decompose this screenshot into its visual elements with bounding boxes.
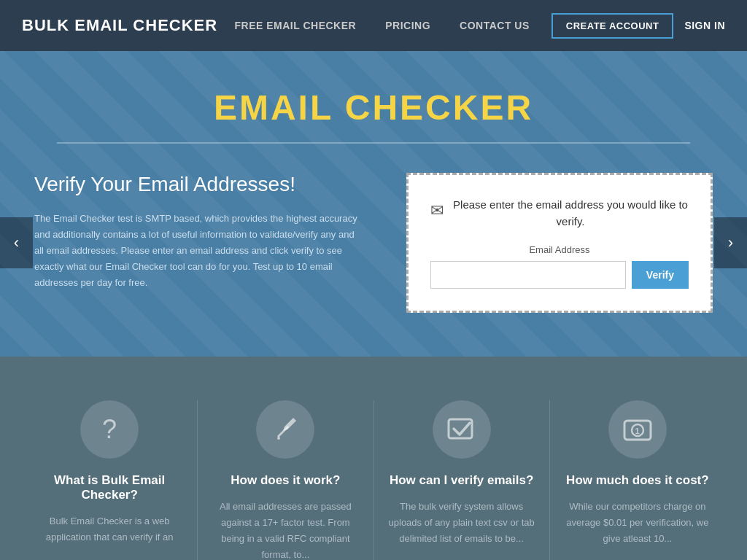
navbar: BULK EMAIL CHECKER FREE EMAIL CHECKER PR… bbox=[0, 0, 747, 51]
feature-how-cost-title: How much does it cost? bbox=[565, 473, 711, 488]
email-input-row: Verify bbox=[430, 261, 689, 289]
checkmark-icon bbox=[433, 400, 491, 459]
nav-free-email-checker[interactable]: FREE EMAIL CHECKER bbox=[235, 20, 357, 31]
carousel-prev-button[interactable]: ‹ bbox=[0, 217, 33, 268]
feature-what-is-desc: Bulk Email Checker is a web application … bbox=[36, 513, 182, 545]
envelope-icon: ✉ bbox=[430, 198, 444, 222]
feature-how-verify-desc: The bulk verify system allows uploads of… bbox=[389, 499, 535, 547]
feature-what-is-title: What is Bulk Email Checker? bbox=[36, 473, 182, 502]
feature-how-works-desc: All email addresses are passed against a… bbox=[212, 499, 358, 560]
feature-how-cost-desc: While our competitors charge on average … bbox=[565, 499, 711, 547]
hero-description: The Email Checker test is SMTP based, wh… bbox=[34, 211, 363, 291]
nav-contact-us[interactable]: CONTACT US bbox=[460, 20, 530, 31]
nav-pricing[interactable]: PRICING bbox=[385, 20, 430, 31]
hero-left-panel: Verify Your Email Addresses! The Email C… bbox=[34, 173, 363, 291]
brand-logo: BULK EMAIL CHECKER bbox=[22, 16, 217, 35]
svg-text:1: 1 bbox=[635, 427, 639, 435]
hero-title: EMAIL CHECKER bbox=[22, 88, 725, 128]
feature-how-works: How does it work? All email addresses ar… bbox=[198, 400, 374, 560]
nav-links: FREE EMAIL CHECKER PRICING CONTACT US bbox=[235, 20, 530, 31]
carousel-next-button[interactable]: › bbox=[714, 217, 747, 268]
feature-how-works-title: How does it work? bbox=[212, 473, 358, 488]
feature-how-cost: 1 How much does it cost? While our compe… bbox=[550, 400, 725, 560]
hero-section: EMAIL CHECKER ‹ Verify Your Email Addres… bbox=[0, 51, 747, 357]
email-card-header: ✉ Please enter the email address you wou… bbox=[430, 197, 689, 230]
features-section: ? What is Bulk Email Checker? Bulk Email… bbox=[0, 357, 747, 560]
sign-in-button[interactable]: SIGN IN bbox=[684, 20, 725, 31]
feature-how-verify-title: How can I verify emails? bbox=[389, 473, 535, 488]
hero-tagline: Verify Your Email Addresses! bbox=[34, 173, 363, 196]
wrench-icon bbox=[256, 400, 314, 459]
verify-button[interactable]: Verify bbox=[632, 261, 689, 289]
feature-what-is: ? What is Bulk Email Checker? Bulk Email… bbox=[22, 400, 198, 560]
hero-divider bbox=[57, 142, 690, 144]
feature-how-verify: How can I verify emails? The bulk verify… bbox=[374, 400, 550, 560]
create-account-button[interactable]: CREATE ACCOUNT bbox=[551, 13, 674, 39]
email-address-input[interactable] bbox=[430, 261, 626, 289]
hero-content: ‹ Verify Your Email Addresses! The Email… bbox=[22, 173, 725, 313]
email-address-label: Email Address bbox=[430, 244, 689, 255]
email-checker-card: ✉ Please enter the email address you wou… bbox=[406, 173, 713, 313]
dollar-icon: 1 bbox=[608, 400, 667, 459]
question-icon: ? bbox=[80, 400, 139, 459]
features-grid: ? What is Bulk Email Checker? Bulk Email… bbox=[22, 400, 725, 560]
navbar-actions: CREATE ACCOUNT SIGN IN bbox=[551, 13, 725, 39]
email-card-instruction: Please enter the email address you would… bbox=[452, 197, 689, 230]
